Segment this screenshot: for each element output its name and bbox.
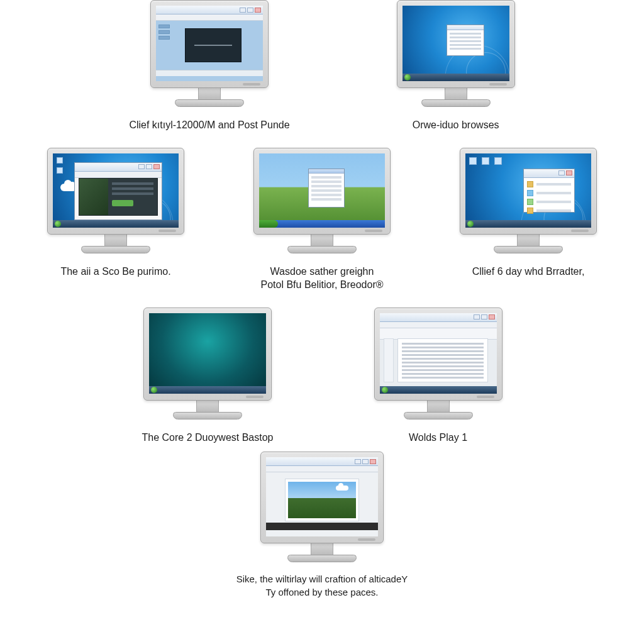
- footer-line-2: Ty offoned by these paces.: [236, 586, 408, 599]
- monitor: [143, 308, 272, 419]
- screen-teal-desktop: [149, 313, 266, 394]
- gallery-item: Orwe-iduo browses: [397, 0, 515, 132]
- gallery-item: Cllief 6 day whd Brradter,: [460, 148, 597, 279]
- start-button-icon: [259, 220, 278, 228]
- taskbar: [259, 220, 385, 228]
- close-button: [255, 8, 261, 13]
- start-button-icon: [467, 221, 474, 227]
- start-button-icon: [55, 221, 61, 227]
- footer-line-1: Sike, the wiltirlay will craftion of alt…: [236, 572, 408, 586]
- row-2: The aii a Sco Be purimo. Wasdoe sather g…: [0, 132, 644, 292]
- monitor: [397, 0, 515, 107]
- cloud-icon: [336, 486, 348, 491]
- screen-winxp-menu: [259, 153, 385, 228]
- context-menu: [308, 169, 345, 208]
- taskbar: [402, 74, 509, 81]
- maximize-button: [247, 8, 253, 13]
- screen-win7-dialog: [402, 6, 509, 81]
- monitor: [374, 308, 502, 419]
- caption: The aii a Sco Be purimo.: [60, 265, 170, 279]
- monitor: [460, 148, 597, 253]
- browser-window: [74, 162, 162, 220]
- screen-word-processor: [380, 313, 497, 394]
- start-button-icon: [382, 387, 388, 393]
- nav-pane: [384, 338, 394, 382]
- monitor: [260, 452, 384, 562]
- gallery-item: Sike, the wiltirlay will craftion of alt…: [236, 452, 408, 599]
- green-button: [112, 200, 133, 206]
- monitor: [150, 0, 269, 107]
- screen-win7-browser: [53, 153, 179, 228]
- row-3: The Core 2 Duoywest Bastop: [0, 292, 644, 445]
- monitor-gallery: Clief kıtıyl-12000/M and Post Punde: [0, 0, 644, 644]
- gallery-item: Wolds Play 1: [374, 308, 502, 445]
- caption: The Core 2 Duoywest Bastop: [142, 431, 274, 445]
- row-4: Sike, the wiltirlay will craftion of alt…: [0, 444, 644, 599]
- caption: Wasdoe sather greighn Potol Bfu Belitior…: [261, 265, 384, 292]
- start-button-icon: [404, 74, 411, 80]
- dark-card: [185, 28, 242, 62]
- row-1: Clief kıtıyl-12000/M and Post Punde: [0, 0, 644, 132]
- start-button-icon: [151, 387, 157, 393]
- screen-editor: [156, 6, 263, 81]
- desktop-icons: [469, 157, 502, 165]
- minimize-button: [240, 8, 246, 13]
- screen-image-viewer: [266, 457, 378, 536]
- caption: Wolds Play 1: [409, 431, 467, 445]
- toolbar: [156, 14, 263, 21]
- viewer-controls: [266, 523, 378, 530]
- gallery-item: Clief kıtıyl-12000/M and Post Punde: [129, 0, 289, 132]
- caption: Clief kıtıyl-12000/M and Post Punde: [129, 118, 289, 132]
- caption: Cllief 6 day whd Brradter,: [472, 265, 585, 279]
- footer-caption: Sike, the wiltirlay will craftion of alt…: [236, 572, 408, 599]
- landscape-photo: [288, 482, 356, 518]
- monitor: [47, 148, 184, 253]
- status-bar: [156, 70, 263, 76]
- screen-win7-panel: [465, 153, 591, 228]
- gallery-item: The aii a Sco Be purimo.: [47, 148, 184, 279]
- monitor: [253, 148, 391, 253]
- panel-window: [523, 169, 575, 213]
- gallery-item: Wasdoe sather greighn Potol Bfu Belitior…: [253, 148, 391, 292]
- window-titlebar: [156, 6, 263, 14]
- caption: Orwe-iduo browses: [413, 118, 499, 132]
- page-thumbnail: [79, 179, 108, 215]
- gallery-item: The Core 2 Duoywest Bastop: [142, 308, 274, 445]
- image-viewer: [285, 479, 359, 521]
- dialog-window: [447, 25, 484, 56]
- document-page: [397, 338, 488, 382]
